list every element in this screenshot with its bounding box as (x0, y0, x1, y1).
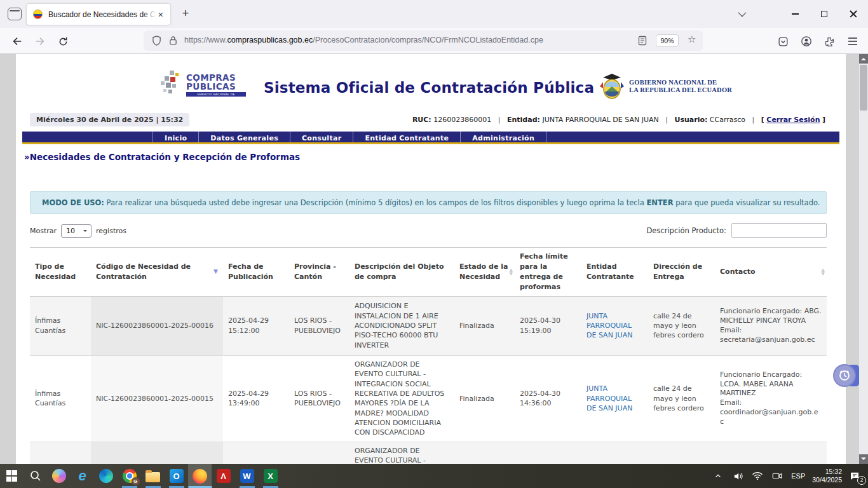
cell-codigo (91, 442, 223, 464)
column-header-descripcion[interactable]: Descripción del Objeto de compra (349, 248, 454, 297)
nav-item-consultar[interactable]: Consultar (290, 132, 353, 142)
scroll-up-arrow[interactable] (859, 54, 868, 64)
cell-fecha-limite (515, 442, 581, 464)
show-suffix-label: registros (96, 227, 126, 235)
cell-estado (454, 442, 515, 464)
notification-count-badge: 2 (857, 476, 866, 485)
tray-volume-button[interactable] (731, 469, 745, 483)
nav-item-datos-generales[interactable]: Datos Generales (198, 132, 290, 142)
taskbar-copilot-button[interactable] (47, 464, 71, 488)
column-header-estado[interactable]: Estado de la Necesidad▲▼ (454, 248, 515, 297)
column-header-tipo[interactable]: Tipo de Necesidad (30, 248, 91, 297)
window-close-button[interactable] (844, 7, 863, 21)
section-heading: »Necesidades de Contratación y Recepción… (24, 152, 300, 162)
cell-estado: Finalizada (454, 355, 515, 442)
zoom-level-indicator[interactable]: 90% (656, 34, 679, 47)
usage-note: MODO DE USO: Para realizar una búsqueda … (30, 191, 827, 214)
cell-descripcion: ORGANIZADOR DE EVENTO CULTURAL - INTEGRA… (349, 442, 454, 464)
reader-view-icon[interactable] (638, 36, 647, 48)
column-header-fecha-publicacion[interactable]: Fecha de Publicación (223, 248, 289, 297)
column-header-fecha-limite[interactable]: Fecha límite para la entrega de proforma… (515, 248, 581, 297)
records-per-page-control: Mostrar 10 registros (30, 224, 126, 238)
cell-entidad: JUNTA (581, 442, 648, 464)
tracking-shield-icon[interactable] (152, 36, 161, 48)
column-header-codigo[interactable]: Código de Necesidad de Contratación▼ (91, 248, 223, 297)
session-info-bar: RUC: 1260023860001 | Entidad: JUNTA PARR… (412, 116, 825, 124)
lock-icon[interactable] (169, 36, 177, 48)
taskbar-internet-explorer-button[interactable]: e (71, 464, 94, 488)
forward-button[interactable] (32, 33, 48, 50)
taskbar-word-button[interactable]: W (235, 464, 259, 488)
taskbar-search-button[interactable] (24, 464, 47, 488)
datetime-display: Miércoles 30 de Abril de 2025 | 15:32 (30, 113, 189, 126)
windows-taskbar: e G O Λ W X ESP (0, 464, 868, 488)
logout-link[interactable]: Cerrar Sesión (766, 116, 820, 124)
tab-close-icon[interactable]: × (156, 10, 165, 19)
vertical-scrollbar[interactable] (859, 54, 868, 464)
bookmark-star-icon[interactable]: ☆ (688, 34, 696, 45)
records-per-page-select[interactable]: 10 (61, 224, 92, 238)
tray-wifi-button[interactable] (750, 469, 764, 483)
page-viewport: COMPRASPÚBLICAS SERVICIO NACIONAL DE CON… (0, 54, 868, 464)
compras-publicas-logo-mark (161, 71, 182, 96)
menu-hamburger-icon[interactable] (846, 34, 860, 48)
taskbar-acrobat-button[interactable]: Λ (212, 464, 235, 488)
taskbar-chrome-button[interactable]: G (118, 464, 141, 488)
column-header-provincia[interactable]: Provincia - Cantón (289, 248, 349, 297)
tray-meet-now-button[interactable] (770, 469, 784, 483)
cell-contacto: Funcionario Encargado: LCDA. MABEL ARANA… (715, 355, 827, 442)
back-button[interactable] (9, 33, 25, 50)
reload-button[interactable] (55, 33, 71, 50)
account-icon[interactable] (799, 34, 813, 48)
tray-language-indicator[interactable]: ESP (790, 472, 806, 480)
new-tab-button[interactable]: + (178, 6, 193, 22)
extensions-icon[interactable] (822, 34, 836, 48)
cell-direccion: calle 24 de mayo y leon febres cordero (648, 296, 715, 355)
ecuador-coat-of-arms-icon (599, 72, 625, 101)
excel-icon: X (264, 469, 278, 483)
product-filter-input[interactable] (731, 223, 827, 238)
cell-fecha-publicacion: 2025-04-29 15:12:00 (223, 296, 289, 355)
site-content: COMPRASPÚBLICAS SERVICIO NACIONAL DE CON… (16, 54, 846, 464)
scrollbar-thumb[interactable] (860, 65, 867, 111)
windows-logo-icon (6, 470, 18, 482)
tray-show-hidden-icons-button[interactable] (711, 469, 725, 483)
taskbar-excel-button[interactable]: X (259, 464, 282, 488)
taskbar-file-explorer-button[interactable] (141, 464, 165, 488)
taskbar-firefox-button[interactable] (188, 464, 212, 488)
url-bar[interactable]: https://www.compraspublicas.gob.ec/Proce… (144, 30, 703, 51)
window-minimize-button[interactable] (785, 7, 804, 21)
speaker-icon (733, 471, 743, 482)
usage-note-label: MODO DE USO: (42, 198, 104, 207)
entity-link[interactable]: JUNTA PARROQUIAL DE SAN JUAN (587, 384, 632, 412)
tray-clock[interactable]: 15:32 30/4/2025 (812, 468, 842, 484)
tray-notification-button[interactable]: 2 (848, 469, 862, 483)
extension-clock-widget[interactable] (833, 364, 856, 387)
column-header-contacto[interactable]: Contacto▲▼ (715, 248, 827, 297)
nav-item-inicio[interactable]: Inicio (153, 132, 198, 142)
pocket-save-icon[interactable] (776, 34, 790, 48)
sort-desc-icon: ▼ (214, 268, 218, 276)
start-button[interactable] (0, 464, 24, 488)
column-header-direccion[interactable]: Dirección de Entrega (648, 248, 715, 297)
ruc-label: RUC: (412, 116, 431, 124)
window-maximize-button[interactable] (815, 7, 834, 21)
list-all-tabs-icon[interactable] (736, 9, 747, 18)
ruc-value: 1260023860001 (433, 116, 491, 124)
cell-fecha-limite: 2025-04-30 14:36:00 (515, 355, 581, 442)
chevron-up-icon (714, 471, 722, 480)
browser-tab[interactable]: Buscador de Necesidades de Co × (27, 4, 170, 25)
scroll-down-arrow[interactable] (859, 454, 868, 464)
cell-direccion: calle 24 de (648, 442, 715, 464)
taskbar-outlook-button[interactable]: O (165, 464, 188, 488)
entity-value: JUNTA PARROQUIAL DE SAN JUAN (542, 116, 658, 124)
column-header-entidad[interactable]: Entidad Contratante (581, 248, 648, 297)
nav-item-administracion[interactable]: Administración (460, 132, 546, 142)
firefox-view-icon[interactable] (8, 8, 22, 20)
entity-link[interactable]: JUNTA PARROQUIAL DE SAN JUAN (587, 312, 632, 340)
product-filter-label: Descripción Producto: (646, 226, 726, 235)
copilot-icon (52, 469, 66, 483)
taskbar-edge-button[interactable] (94, 464, 118, 488)
gov-text-line2: LA REPUBLICA DEL ECUADOR (629, 86, 732, 94)
nav-item-entidad-contratante[interactable]: Entidad Contratante (353, 132, 460, 142)
